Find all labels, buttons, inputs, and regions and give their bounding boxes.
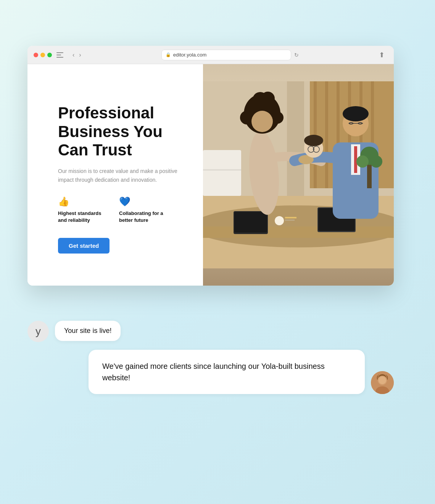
lock-icon: 🔒	[166, 52, 171, 57]
sidebar-toggle-button[interactable]	[56, 52, 63, 58]
back-button[interactable]: ‹	[71, 51, 76, 59]
feature-label-1: Highest standards and reliability	[58, 210, 104, 224]
feature-item-1: 👍 Highest standards and reliability	[58, 196, 104, 224]
site-live-text: Your site is live!	[64, 327, 111, 334]
chat-row-right: We've gained more clients since launchin…	[89, 350, 394, 394]
user-testimonial-bubble: We've gained more clients since launchin…	[89, 350, 365, 394]
feature-item-2: 💙 Collaborating for a better future	[119, 196, 165, 224]
hero-left-panel: Professional Business You Can Trust Our …	[27, 64, 203, 286]
yola-letter: y	[35, 325, 41, 338]
svg-point-44	[356, 155, 369, 168]
svg-rect-0	[56, 52, 63, 53]
svg-rect-1	[56, 55, 61, 55]
svg-rect-50	[285, 220, 295, 221]
yola-avatar: y	[27, 321, 49, 342]
chat-section: y Your site is live! We've gained more c…	[27, 313, 394, 402]
hero-subtitle: Our mission is to create value and make …	[58, 167, 180, 184]
user-avatar-image	[371, 371, 394, 394]
svg-point-34	[343, 106, 369, 121]
svg-rect-47	[203, 169, 241, 171]
reload-button[interactable]: ↻	[294, 52, 299, 58]
svg-rect-17	[203, 226, 394, 238]
hero-right-panel	[203, 64, 394, 286]
browser-toolbar: ‹ › 🔒 editor.yola.com ↻ ⬆	[27, 46, 394, 64]
svg-rect-19	[234, 212, 267, 233]
close-button[interactable]	[34, 53, 38, 57]
meeting-scene	[203, 64, 394, 286]
get-started-button[interactable]: Get started	[58, 238, 110, 254]
thumbs-up-icon: 👍	[58, 196, 104, 207]
svg-point-28	[261, 92, 275, 105]
meeting-illustration	[203, 64, 394, 286]
minimize-button[interactable]	[40, 53, 45, 57]
svg-rect-7	[325, 81, 328, 188]
site-live-bubble: Your site is live!	[55, 321, 121, 341]
hero-title: Professional Business You Can Trust	[58, 104, 180, 159]
svg-point-29	[251, 111, 273, 132]
svg-point-45	[370, 155, 382, 168]
forward-button[interactable]: ›	[77, 51, 82, 59]
svg-rect-32	[354, 146, 357, 173]
svg-rect-49	[285, 217, 296, 218]
svg-rect-6	[314, 81, 317, 188]
feature-label-2: Collaborating for a better future	[119, 210, 165, 224]
maximize-button[interactable]	[47, 53, 52, 57]
chat-row-left: y Your site is live!	[27, 321, 394, 342]
testimonial-text: We've gained more clients since launchin…	[102, 362, 325, 382]
heart-icon: 💙	[119, 196, 165, 207]
svg-point-26	[271, 111, 284, 124]
features-row: 👍 Highest standards and reliability 💙 Co…	[58, 196, 180, 224]
user-avatar	[371, 371, 394, 394]
share-button[interactable]: ⬆	[377, 50, 386, 60]
browser-window: ‹ › 🔒 editor.yola.com ↻ ⬆ Professional B…	[27, 46, 394, 286]
svg-rect-46	[203, 150, 241, 196]
address-bar-wrapper: 🔒 editor.yola.com ↻	[87, 50, 373, 60]
svg-point-54	[379, 376, 386, 384]
svg-rect-2	[56, 57, 63, 58]
website-content: Professional Business You Can Trust Our …	[27, 64, 394, 286]
svg-point-48	[275, 216, 284, 225]
svg-point-38	[304, 135, 323, 146]
browser-nav-controls: ‹ ›	[71, 51, 83, 59]
address-bar[interactable]: 🔒 editor.yola.com	[161, 50, 291, 60]
traffic-lights	[34, 53, 52, 57]
url-text: editor.yola.com	[173, 52, 206, 58]
